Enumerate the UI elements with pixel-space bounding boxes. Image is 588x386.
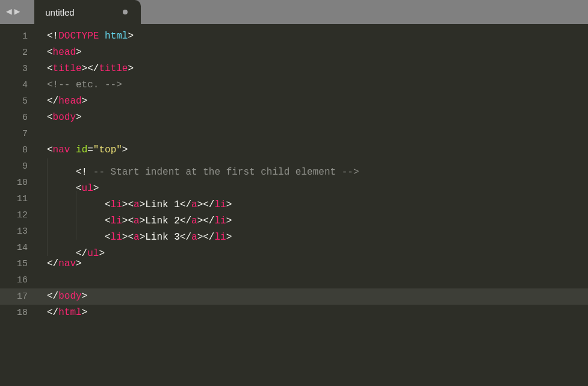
indent-guide <box>47 191 76 207</box>
indent-guide <box>76 223 105 240</box>
editor-area[interactable]: 123456789101112131415161718 <!DOCTYPE ht… <box>0 24 588 386</box>
unsaved-indicator-icon <box>123 10 128 14</box>
indent-guide <box>76 207 105 223</box>
window-header: ◀ ▶ untitled <box>0 0 588 24</box>
line-number: 4 <box>0 77 36 93</box>
line-number: 14 <box>0 240 36 256</box>
token-punc: > <box>122 145 128 155</box>
indent-guide <box>47 158 76 175</box>
token-punc: </ <box>47 291 58 302</box>
code-line[interactable]: <li><a>Link 1</a></li> <box>47 191 588 207</box>
line-number: 6 <box>0 110 36 126</box>
token-punc: > <box>128 31 134 42</box>
code-line[interactable]: </ul> <box>47 240 588 256</box>
line-number: 5 <box>0 93 36 110</box>
token-punc: > <box>82 307 88 318</box>
line-number: 1 <box>0 28 36 45</box>
token-attr-val: "top" <box>93 145 122 155</box>
indent-guide <box>47 175 76 191</box>
code-line[interactable] <box>47 272 588 288</box>
code-line[interactable]: </html> <box>47 305 588 321</box>
code-line[interactable]: </head> <box>47 93 588 110</box>
token-punc: </ <box>47 307 58 318</box>
indent-guide <box>47 240 76 256</box>
line-number: 2 <box>0 45 36 61</box>
line-number: 13 <box>0 223 36 240</box>
token-tag: title <box>99 63 128 74</box>
code-line[interactable] <box>47 126 588 142</box>
line-number: 17 <box>0 288 36 305</box>
token-punc: < <box>47 47 53 58</box>
token-punc: = <box>87 145 93 155</box>
code-line[interactable]: <! -- Start indent at the first child el… <box>47 158 588 175</box>
code-line[interactable]: <li><a>Link 2</a></li> <box>47 207 588 223</box>
token-attr-name: id <box>76 145 87 155</box>
code-line[interactable]: <li><a>Link 3</a></li> <box>47 223 588 240</box>
token-punc: < <box>47 63 53 74</box>
token-tag: head <box>53 47 76 58</box>
token-tag: body <box>53 112 76 123</box>
token-punc: < <box>47 112 53 123</box>
token-punc: </ <box>47 258 58 269</box>
token-tag: head <box>58 96 81 107</box>
token-tag: title <box>53 63 82 74</box>
token-tag: body <box>58 291 81 302</box>
nav-arrows: ◀ ▶ <box>0 7 26 17</box>
indent-guide <box>76 191 105 207</box>
code-line[interactable]: <body> <box>47 110 588 126</box>
file-tab[interactable]: untitled <box>34 0 140 24</box>
token-doctype-val: html <box>105 31 128 42</box>
code-line[interactable]: </body> <box>47 288 588 305</box>
token-punc: ></ <box>82 63 99 74</box>
token-punc: <! <box>47 31 58 42</box>
token-comment: <!-- etc. --> <box>47 79 122 90</box>
back-arrow-icon[interactable]: ◀ <box>6 7 12 17</box>
code-line[interactable]: <!DOCTYPE html> <box>47 28 588 45</box>
code-content[interactable]: <!DOCTYPE html><head><title></title><!--… <box>36 24 588 386</box>
token-punc: > <box>82 96 88 107</box>
indent-guide <box>47 223 76 240</box>
token-punc: > <box>128 63 134 74</box>
line-number: 11 <box>0 191 36 207</box>
line-number: 7 <box>0 126 36 142</box>
tab-title: untitled <box>45 7 74 17</box>
line-number: 9 <box>0 158 36 175</box>
forward-arrow-icon[interactable]: ▶ <box>14 7 20 17</box>
token-punc: > <box>82 291 88 302</box>
token-doctype-kw: DOCTYPE <box>58 31 99 42</box>
token-punc: > <box>76 258 82 269</box>
code-line[interactable]: <head> <box>47 45 588 61</box>
indent-guide <box>47 207 76 223</box>
token-tag: html <box>58 307 81 318</box>
code-line[interactable]: <!-- etc. --> <box>47 77 588 93</box>
line-number: 10 <box>0 175 36 191</box>
token-punc <box>99 31 105 42</box>
code-line[interactable]: <ul> <box>47 175 588 191</box>
code-line[interactable]: </nav> <box>47 256 588 272</box>
token-punc <box>70 145 76 155</box>
line-number: 12 <box>0 207 36 223</box>
line-number: 15 <box>0 256 36 272</box>
code-line[interactable]: <nav id="top"> <box>47 142 588 158</box>
token-punc: > <box>76 112 82 123</box>
line-number-gutter: 123456789101112131415161718 <box>0 24 36 386</box>
code-line[interactable]: <title></title> <box>47 61 588 77</box>
line-number: 16 <box>0 272 36 288</box>
token-punc: < <box>47 145 53 155</box>
line-number: 3 <box>0 61 36 77</box>
token-tag: nav <box>58 258 76 269</box>
line-number: 8 <box>0 142 36 158</box>
token-punc: </ <box>47 96 58 107</box>
line-number: 18 <box>0 305 36 321</box>
token-punc: > <box>76 47 82 58</box>
token-tag: nav <box>53 145 70 155</box>
